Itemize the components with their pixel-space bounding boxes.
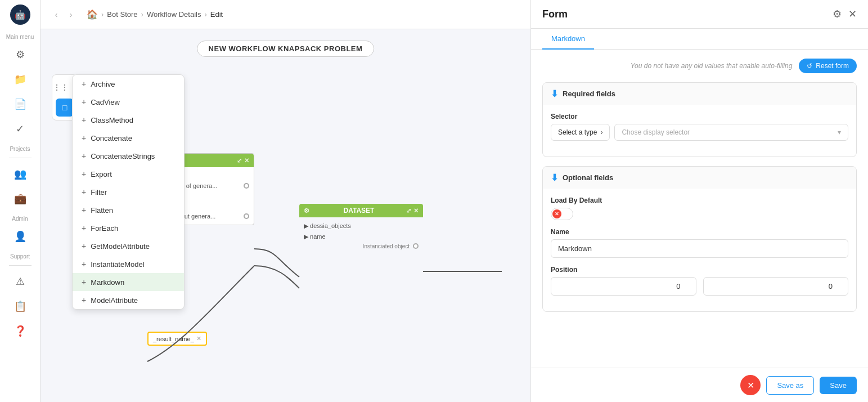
sidebar-item-folder[interactable]: 📁 [7, 68, 34, 91]
dropdown-item-cadview[interactable]: + CadView [73, 93, 184, 111]
plus-icon: + [82, 97, 86, 106]
admin-label: Admin [12, 216, 28, 222]
component-dropdown-menu: + Archive + CadView + ClassMethod + Conc… [72, 74, 185, 310]
dropdown-label-instantiatemodel: InstantiateModel [91, 260, 144, 269]
canvas-area[interactable]: NEW WORKFLOW KNAPSACK PROBLEM ⋮⋮⋮ □ + Ar… [41, 29, 530, 402]
dropdown-item-classmethod[interactable]: + ClassMethod [73, 111, 184, 129]
dropdown-item-getmodelattribute[interactable]: + GetModelAttribute [73, 237, 184, 255]
breadcrumb: 🏠 › Bot Store › Workflow Details › Edit [87, 9, 223, 20]
result-close[interactable]: ✕ [196, 335, 201, 342]
close-icon-dataset[interactable]: ✕ [413, 207, 419, 215]
projects-label: Projects [10, 146, 30, 152]
position-x-input[interactable] [551, 277, 696, 296]
main-menu-label: Main menu [6, 34, 34, 40]
dropdown-item-flatten[interactable]: + Flatten [73, 201, 184, 219]
left-sidebar: 🤖 Main menu ⚙ 📁 📄 ✓ Projects 👥 💼 Admin 👤… [0, 0, 41, 402]
sidebar-nav: Main menu ⚙ 📁 📄 ✓ Projects 👥 💼 Admin 👤 S… [0, 30, 40, 342]
position-y-wrap [703, 277, 849, 296]
reset-form-button[interactable]: ↺ Reset form [799, 59, 857, 73]
dropdown-item-archive[interactable]: + Archive [73, 75, 184, 93]
dropdown-label-flatten: Flatten [91, 206, 113, 215]
grid-tool-button[interactable]: ⋮⋮⋮ [56, 78, 74, 96]
plus-icon: + [82, 242, 86, 251]
sidebar-item-warning[interactable]: ⚠ [7, 270, 34, 293]
dropdown-item-concatenatestrings[interactable]: + ConcatenateStrings [73, 147, 184, 165]
dropdown-item-foreach[interactable]: + ForEach [73, 219, 184, 237]
dropdown-item-filter[interactable]: + Filter [73, 183, 184, 201]
sidebar-item-doc[interactable]: 📄 [7, 93, 34, 115]
name-input[interactable] [551, 239, 848, 258]
choose-display-label: Chose display selector [622, 128, 690, 136]
panel-content: You do not have any old values that enab… [531, 50, 868, 368]
node-dataset-header: ⚙ DATASET ⤢ ✕ [299, 204, 423, 217]
toggle-x-icon: ✕ [555, 211, 559, 217]
sidebar-item-check[interactable]: ✓ [7, 118, 34, 140]
plus-icon: + [82, 187, 86, 196]
delete-icon: ✕ [747, 380, 754, 391]
home-icon[interactable]: 🏠 [87, 9, 98, 20]
node-result[interactable]: _result_name_ ✕ [147, 332, 207, 346]
expand-icon[interactable]: ⤢ [237, 157, 242, 164]
users-icon: 👥 [14, 168, 26, 180]
dropdown-label-concatenate: Concatenate [91, 134, 132, 142]
select-tool-button[interactable]: □ [56, 99, 74, 117]
main-area: ‹ › 🏠 › Bot Store › Workflow Details › E… [41, 0, 530, 402]
load-by-default-toggle[interactable]: ✕ [551, 208, 573, 220]
load-by-default-group: Load By Default ✕ [551, 196, 848, 220]
sidebar-divider [9, 158, 32, 158]
gear-icon: ⚙ [16, 48, 25, 61]
sidebar-item-briefcase[interactable]: 💼 [7, 187, 34, 210]
select-type-button[interactable]: Select a type › [551, 124, 610, 141]
dataset-row-1-text: ▶ dessia_objects [304, 222, 351, 230]
breadcrumb-sep-2: › [141, 10, 143, 19]
expand-icon-dataset[interactable]: ⤢ [406, 207, 411, 215]
plus-icon-highlighted: + [82, 278, 86, 287]
support-label: Support [10, 253, 30, 260]
plus-icon: + [82, 115, 86, 124]
node-dataset[interactable]: ⚙ DATASET ⤢ ✕ ▶ dessia_objects ▶ name In… [299, 204, 423, 254]
dropdown-label-archive: Archive [91, 80, 115, 88]
briefcase-icon: 💼 [14, 193, 26, 205]
forward-button[interactable]: › [64, 8, 78, 21]
dropdown-item-concatenate[interactable]: + Concatenate [73, 129, 184, 147]
dropdown-item-modelattribute[interactable]: + ModelAttribute [73, 291, 184, 309]
back-button[interactable]: ‹ [50, 8, 63, 21]
plus-icon: + [82, 224, 86, 233]
breadcrumb-bot-store[interactable]: Bot Store [107, 10, 137, 19]
close-icon[interactable]: ✕ [244, 157, 249, 164]
breadcrumb-sep-3: › [204, 10, 206, 19]
chevron-down-icon: ▾ [838, 128, 841, 136]
node-dataset-title: DATASET [344, 207, 375, 215]
profile-icon: 👤 [14, 230, 26, 243]
choose-display-dropdown[interactable]: Chose display selector ▾ [614, 124, 848, 141]
delete-button[interactable]: ✕ [740, 375, 761, 395]
optional-fields-section: ⬇ Optional fields Load By Default ✕ [542, 166, 857, 312]
breadcrumb-workflow-details[interactable]: Workflow Details [147, 10, 201, 19]
sidebar-item-help[interactable]: ❓ [7, 320, 34, 342]
sidebar-item-users[interactable]: 👥 [7, 163, 34, 185]
dropdown-label-cadview: CadView [91, 98, 120, 106]
sidebar-item-profile[interactable]: 👤 [7, 225, 34, 248]
save-button[interactable]: Save [820, 377, 857, 394]
dropdown-item-export[interactable]: + Export [73, 165, 184, 183]
position-y-input[interactable] [703, 277, 849, 296]
sidebar-item-list[interactable]: 📋 [7, 295, 34, 318]
dropdown-label-getmodelattribute: GetModelAttribute [91, 242, 150, 251]
nav-arrows: ‹ › [50, 8, 78, 21]
save-as-button[interactable]: Save as [766, 376, 814, 395]
optional-section-header[interactable]: ⬇ Optional fields [543, 167, 856, 189]
dropdown-item-instantiatemodel[interactable]: + InstantiateModel [73, 255, 184, 273]
dropdown-item-markdown[interactable]: + Markdown [73, 273, 184, 291]
dropdown-label-markdown: Markdown [91, 278, 124, 287]
right-panel: Form ⚙ ✕ Markdown You do not have any ol… [530, 0, 868, 402]
panel-footer: ✕ Save as Save [531, 368, 868, 402]
help-icon: ❓ [14, 325, 26, 337]
close-panel-icon[interactable]: ✕ [848, 8, 857, 20]
sidebar-item-settings[interactable]: ⚙ [7, 43, 34, 66]
required-section-title: Required fields [563, 90, 615, 98]
load-by-default-label: Load By Default [551, 196, 848, 204]
tab-markdown[interactable]: Markdown [542, 29, 594, 50]
required-section-header[interactable]: ⬇ Required fields [543, 83, 856, 105]
node-generate-icons: ⤢ ✕ [237, 157, 249, 164]
settings-icon[interactable]: ⚙ [833, 8, 842, 20]
